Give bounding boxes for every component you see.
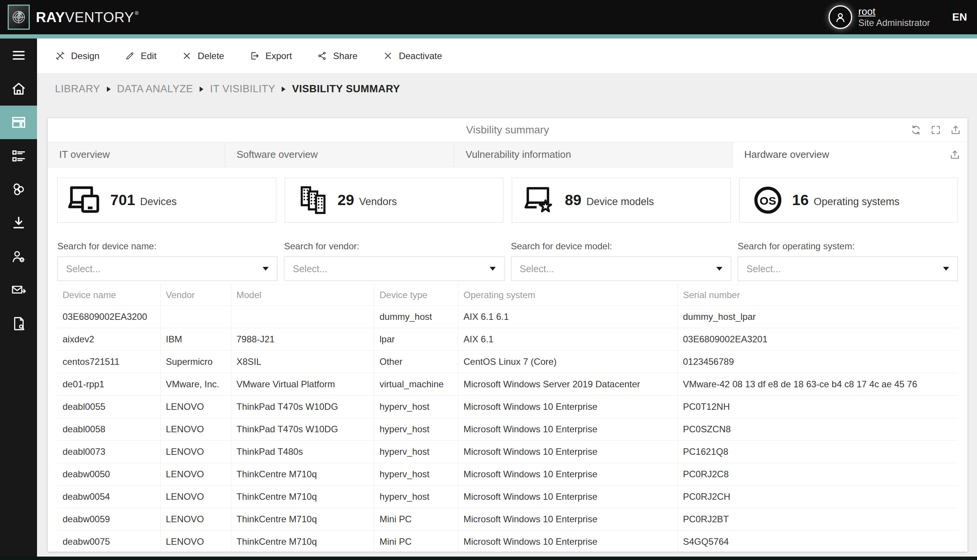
edit-icon bbox=[125, 51, 135, 61]
os-icon: OS bbox=[748, 185, 788, 215]
refresh-icon[interactable] bbox=[910, 124, 922, 136]
sidebar-item-downloads[interactable] bbox=[0, 206, 37, 240]
person-icon bbox=[833, 10, 847, 24]
sidebar-item-notifications[interactable] bbox=[0, 273, 37, 307]
cell-vendor: LENOVO bbox=[166, 424, 204, 434]
vendors-count: 29 bbox=[338, 192, 354, 208]
device-model-select[interactable]: Select... bbox=[511, 257, 731, 281]
select-placeholder: Select... bbox=[293, 263, 327, 275]
tab-it-overview[interactable]: IT overview bbox=[48, 142, 225, 167]
table-row[interactable]: deabw0059 LENOVO ThinkCentre M710q Mini … bbox=[57, 508, 958, 531]
design-button[interactable]: Design bbox=[55, 51, 100, 62]
edit-label: Edit bbox=[141, 51, 156, 62]
table-row[interactable]: deabw0050 LENOVO ThinkCentre M710q hyper… bbox=[57, 463, 958, 486]
cell-operating-system: Microsoft Windows 10 Enterprise bbox=[464, 537, 598, 547]
operating-system-select[interactable]: Select... bbox=[738, 257, 958, 281]
stat-card-vendors: 29 Vendors bbox=[285, 178, 504, 223]
export-button[interactable]: Export bbox=[249, 51, 291, 62]
user-settings-icon bbox=[11, 248, 27, 265]
export-tray-icon[interactable] bbox=[950, 124, 961, 136]
tab-vulnerability-information[interactable]: Vulnerability information bbox=[454, 142, 733, 167]
column-vendor[interactable]: Vendor bbox=[160, 284, 231, 306]
cell-model: ThinkCentre M710q bbox=[237, 492, 317, 502]
stat-text: 29 Vendors bbox=[338, 192, 397, 208]
sidebar-item-home[interactable] bbox=[0, 72, 37, 106]
column-device-name[interactable]: Device name bbox=[57, 284, 160, 306]
breadcrumb-library[interactable]: LIBRARY bbox=[55, 83, 100, 95]
share-button[interactable]: Share bbox=[317, 51, 358, 62]
tab-label: IT overview bbox=[59, 149, 110, 160]
sidebar-item-objects[interactable] bbox=[0, 173, 37, 206]
cell-device-name: deabw0050 bbox=[63, 469, 110, 479]
stat-text: 16 Operating systems bbox=[792, 192, 900, 208]
export-tray-icon[interactable] bbox=[949, 149, 960, 160]
sidebar-item-user-management[interactable] bbox=[0, 240, 37, 273]
cell-operating-system: AIX 6.1 6.1 bbox=[464, 312, 509, 322]
delete-button[interactable]: Delete bbox=[182, 51, 224, 62]
cell-serial-number: PC0T12NH bbox=[683, 402, 730, 412]
table-row[interactable]: deabw0075 LENOVO ThinkCentre M710q Mini … bbox=[57, 531, 958, 553]
column-device-type[interactable]: Device type bbox=[374, 284, 458, 306]
stat-card-device-models: 89 Device models bbox=[512, 178, 731, 223]
table-row[interactable]: deabl0055 LENOVO ThinkPad T470s W10DG hy… bbox=[57, 396, 958, 418]
cell-serial-number: S4GQ5764 bbox=[683, 537, 729, 547]
chevron-right-icon bbox=[200, 87, 203, 92]
language-selector[interactable]: EN bbox=[952, 11, 967, 23]
breadcrumb-data-analyze[interactable]: DATA ANALYZE bbox=[117, 83, 194, 95]
edit-button[interactable]: Edit bbox=[125, 51, 156, 62]
delete-label: Delete bbox=[198, 51, 224, 62]
sidebar-item-reports[interactable] bbox=[0, 307, 37, 340]
cell-vendor: LENOVO bbox=[166, 514, 204, 524]
filter-device-name: Search for device name: Select... bbox=[57, 241, 278, 281]
table-row[interactable]: deabl0073 LENOVO ThinkPad T480s hyperv_h… bbox=[57, 441, 958, 463]
filter-label: Search for device name: bbox=[57, 241, 278, 252]
table-row[interactable]: deabw0054 LENOVO ThinkCentre M710q hyper… bbox=[57, 486, 958, 508]
cell-serial-number: PC1621Q8 bbox=[683, 447, 729, 457]
devices-table: Device name Vendor Model Device type Ope… bbox=[57, 284, 958, 553]
brand-wordmark: RAYVENTORY® bbox=[36, 10, 139, 24]
cell-serial-number: 03E6809002EA3201 bbox=[683, 334, 768, 344]
user-name-link[interactable]: root bbox=[858, 6, 930, 18]
column-serial-number[interactable]: Serial number bbox=[678, 284, 958, 306]
sidebar-menu-toggle[interactable] bbox=[0, 38, 37, 72]
avatar[interactable] bbox=[828, 5, 852, 29]
cell-serial-number: dummy_host_lpar bbox=[683, 312, 756, 322]
cell-operating-system: Microsoft Windows 10 Enterprise bbox=[464, 402, 598, 412]
vendors-icon bbox=[293, 184, 333, 216]
cell-vendor: Supermicro bbox=[166, 357, 213, 367]
sidebar-item-dashboards[interactable] bbox=[0, 106, 37, 139]
table-row[interactable]: deabl0058 LENOVO ThinkPad T470s W10DG hy… bbox=[57, 418, 958, 441]
column-model[interactable]: Model bbox=[231, 284, 374, 306]
cell-vendor: IBM bbox=[166, 334, 182, 344]
table-row[interactable]: de01-rpp1 VMware, Inc. VMware Virtual Pl… bbox=[57, 373, 958, 396]
brand-ventory: VENTORY bbox=[65, 10, 134, 24]
cell-device-type: hyperv_host bbox=[380, 402, 430, 412]
select-placeholder: Select... bbox=[66, 263, 100, 275]
cell-device-name: deabw0059 bbox=[63, 514, 110, 524]
vendors-label: Vendors bbox=[359, 196, 397, 208]
device-name-select[interactable]: Select... bbox=[57, 257, 278, 281]
app-logo[interactable] bbox=[8, 5, 30, 30]
cell-model: X8SIL bbox=[237, 357, 261, 367]
table-header: Device name Vendor Model Device type Ope… bbox=[57, 284, 958, 306]
filter-label: Search for device model: bbox=[511, 241, 731, 252]
cell-device-type: virtual_machine bbox=[380, 379, 444, 389]
design-label: Design bbox=[71, 51, 100, 62]
cell-model: ThinkCentre M710q bbox=[237, 514, 317, 524]
sidebar-item-lists[interactable] bbox=[0, 139, 37, 173]
select-placeholder: Select... bbox=[520, 263, 554, 275]
table-row[interactable]: 03E6809002EA3200 dummy_host AIX 6.1 6.1 … bbox=[57, 306, 958, 328]
cell-device-type: hyperv_host bbox=[380, 469, 430, 479]
column-operating-system[interactable]: Operating system bbox=[458, 284, 678, 306]
filter-label: Search for vendor: bbox=[284, 241, 504, 252]
table-row[interactable]: centos721511 Supermicro X8SIL Other Cent… bbox=[57, 351, 958, 373]
cell-operating-system: Microsoft Windows 10 Enterprise bbox=[464, 424, 598, 434]
breadcrumb-it-visibility[interactable]: IT VISIBILITY bbox=[210, 83, 275, 95]
tab-software-overview[interactable]: Software overview bbox=[225, 142, 454, 167]
vendor-select[interactable]: Select... bbox=[284, 257, 504, 281]
fullscreen-icon[interactable] bbox=[930, 124, 942, 136]
chevron-right-icon bbox=[107, 87, 111, 92]
table-row[interactable]: aixdev2 IBM 7988-J21 lpar AIX 6.1 03E680… bbox=[57, 328, 958, 351]
tab-hardware-overview[interactable]: Hardware overview bbox=[733, 142, 967, 167]
deactivate-button[interactable]: Deactivate bbox=[383, 51, 442, 62]
